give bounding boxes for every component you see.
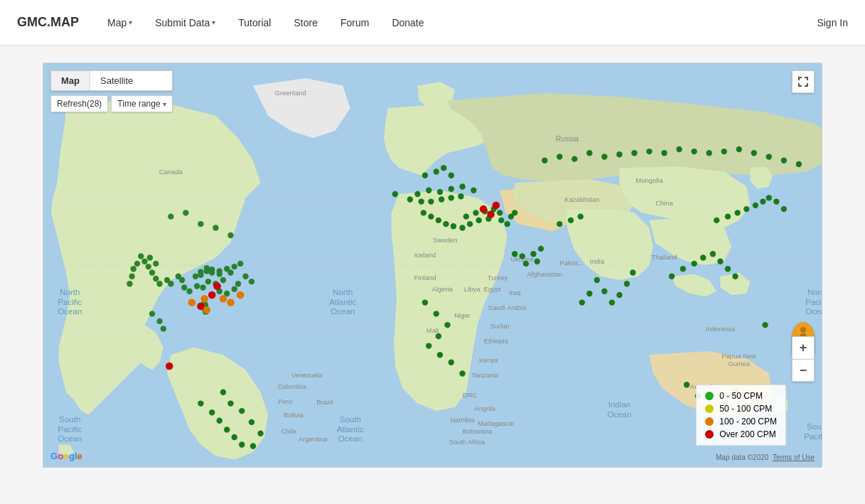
svg-text:Ocean: Ocean bbox=[607, 410, 631, 419]
refresh-button[interactable]: Refresh(28) bbox=[50, 95, 108, 112]
svg-point-110 bbox=[227, 232, 233, 238]
svg-text:North: North bbox=[60, 288, 80, 296]
svg-point-208 bbox=[781, 206, 787, 212]
svg-point-97 bbox=[164, 277, 170, 283]
nav-tutorial[interactable]: Tutorial bbox=[238, 17, 271, 28]
svg-text:Thailand: Thailand bbox=[651, 253, 677, 261]
svg-point-71 bbox=[217, 268, 222, 274]
svg-point-210 bbox=[568, 218, 574, 223]
map-container: North Pacific Ocean North Atlantic Ocean… bbox=[43, 63, 822, 468]
svg-point-204 bbox=[753, 203, 758, 208]
brand[interactable]: GMC.MAP bbox=[17, 15, 79, 30]
map-view[interactable]: North Pacific Ocean North Atlantic Ocean… bbox=[43, 63, 822, 467]
svg-point-131 bbox=[448, 186, 454, 192]
svg-point-220 bbox=[227, 400, 233, 406]
nav-forum[interactable]: Forum bbox=[340, 17, 369, 28]
svg-point-118 bbox=[213, 282, 221, 290]
svg-point-237 bbox=[448, 360, 454, 365]
svg-text:India: India bbox=[590, 257, 605, 265]
svg-point-177 bbox=[706, 150, 711, 156]
time-range-button[interactable]: Time range ▾ bbox=[111, 95, 172, 112]
svg-point-105 bbox=[153, 261, 159, 267]
svg-point-169 bbox=[586, 150, 592, 156]
svg-point-115 bbox=[149, 311, 155, 316]
svg-point-146 bbox=[476, 218, 482, 223]
svg-text:Pakist...: Pakist... bbox=[559, 259, 584, 267]
svg-point-103 bbox=[138, 253, 144, 259]
svg-point-158 bbox=[434, 168, 439, 174]
svg-point-181 bbox=[766, 154, 772, 159]
terms-of-use-link[interactable]: Terms of Use bbox=[773, 454, 815, 461]
map-type-satellite-button[interactable]: Satellite bbox=[90, 71, 143, 90]
svg-point-122 bbox=[227, 299, 235, 306]
svg-point-176 bbox=[691, 149, 697, 154]
svg-point-202 bbox=[734, 210, 740, 215]
nav-store[interactable]: Store bbox=[294, 17, 317, 28]
legend-item-50-100: 50 - 100 CPM bbox=[705, 404, 777, 414]
svg-text:North: North bbox=[807, 288, 822, 296]
svg-point-221 bbox=[239, 408, 245, 414]
svg-point-120 bbox=[220, 295, 227, 303]
svg-point-76 bbox=[193, 274, 198, 279]
svg-point-85 bbox=[194, 283, 200, 289]
svg-point-125 bbox=[188, 299, 196, 306]
svg-text:Ocean: Ocean bbox=[331, 307, 355, 316]
svg-point-238 bbox=[459, 370, 465, 376]
svg-point-135 bbox=[419, 198, 424, 204]
svg-point-113 bbox=[129, 274, 134, 279]
svg-text:Tanzania: Tanzania bbox=[471, 371, 499, 379]
svg-point-187 bbox=[616, 292, 622, 298]
svg-point-183 bbox=[796, 161, 802, 167]
svg-point-172 bbox=[631, 150, 637, 156]
zoom-out-button[interactable]: − bbox=[792, 359, 815, 382]
svg-point-116 bbox=[156, 318, 162, 324]
svg-point-139 bbox=[458, 193, 463, 199]
svg-point-244 bbox=[800, 327, 806, 333]
svg-point-114 bbox=[127, 281, 132, 286]
svg-point-222 bbox=[249, 419, 254, 425]
svg-text:Niger: Niger bbox=[454, 311, 471, 319]
svg-point-152 bbox=[428, 213, 434, 219]
nav-map[interactable]: Map ▾ bbox=[107, 17, 132, 28]
fullscreen-button[interactable] bbox=[792, 70, 815, 93]
nav-submit-data[interactable]: Submit Data ▾ bbox=[155, 17, 215, 28]
map-legend: 0 - 50 CPM 50 - 100 CPM 100 - 200 CPM Ov… bbox=[696, 385, 786, 446]
svg-point-205 bbox=[760, 198, 765, 204]
svg-point-166 bbox=[542, 158, 547, 163]
svg-point-171 bbox=[616, 151, 622, 157]
signin-button[interactable]: Sign In bbox=[817, 17, 848, 28]
svg-point-201 bbox=[725, 213, 731, 219]
svg-text:Russia: Russia bbox=[556, 134, 579, 143]
svg-point-144 bbox=[497, 210, 503, 215]
svg-point-159 bbox=[441, 165, 446, 171]
zoom-in-button[interactable]: + bbox=[792, 336, 815, 359]
svg-point-106 bbox=[168, 213, 173, 219]
svg-point-79 bbox=[237, 261, 243, 267]
svg-point-218 bbox=[762, 322, 768, 328]
svg-point-226 bbox=[232, 434, 237, 440]
svg-point-186 bbox=[609, 299, 615, 305]
svg-point-199 bbox=[732, 274, 738, 279]
svg-text:China: China bbox=[655, 199, 673, 207]
svg-point-224 bbox=[250, 443, 256, 449]
svg-text:Atlantic: Atlantic bbox=[329, 298, 356, 306]
svg-text:Mali: Mali bbox=[426, 326, 439, 334]
svg-point-179 bbox=[736, 146, 742, 152]
nav-donate[interactable]: Donate bbox=[392, 17, 424, 28]
svg-point-150 bbox=[443, 221, 448, 227]
svg-point-73 bbox=[204, 265, 210, 271]
svg-text:Ocean: Ocean bbox=[58, 434, 82, 443]
svg-text:Iraq: Iraq bbox=[509, 289, 520, 296]
map-data-text: Map data ©2020 Terms of Use bbox=[716, 454, 815, 461]
svg-point-189 bbox=[630, 269, 635, 275]
map-type-map-button[interactable]: Map bbox=[51, 71, 90, 90]
svg-text:Sweden: Sweden bbox=[433, 236, 457, 244]
zoom-controls: + − bbox=[792, 336, 815, 382]
svg-point-234 bbox=[436, 333, 441, 339]
svg-point-128 bbox=[414, 191, 420, 197]
svg-point-213 bbox=[530, 251, 536, 257]
svg-point-155 bbox=[504, 221, 510, 227]
svg-point-232 bbox=[434, 311, 439, 316]
svg-text:Angola: Angola bbox=[474, 404, 495, 412]
svg-text:Ocean: Ocean bbox=[805, 307, 822, 316]
